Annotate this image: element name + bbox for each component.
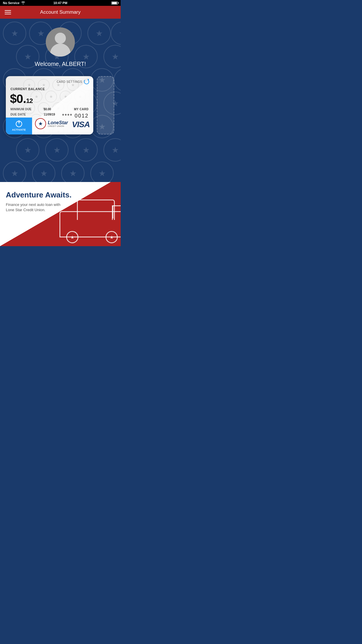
lone-star-logo: ★ LoneStar CREDIT UNION <box>35 118 68 129</box>
carrier-text: No Service <box>3 1 20 5</box>
profile-section: Welcome, ALBERT! <box>0 19 121 73</box>
lone-star-circle: ★ <box>35 118 46 129</box>
spacer <box>0 140 121 158</box>
due-date-label: DUE DATE <box>10 113 26 116</box>
minimum-due-label: MINIMUM DUE <box>10 108 31 111</box>
nav-bar: Account Summary <box>0 6 121 19</box>
car-wheel-rear <box>106 231 118 243</box>
status-bar: No Service 10:47 PM <box>0 0 121 6</box>
avatar-body <box>50 43 71 57</box>
background-star: ★ <box>3 162 26 182</box>
ad-headline: Adventure Awaits. <box>6 191 71 199</box>
menu-button[interactable] <box>5 10 11 14</box>
card-settings-button[interactable]: CARD SETTINGS <box>57 79 89 84</box>
status-left: No Service <box>3 1 25 5</box>
due-date-value: 11/09/19 <box>44 113 55 116</box>
wifi-icon <box>21 1 25 5</box>
current-balance-label: CURRENT BALANCE <box>10 87 45 91</box>
main-content: ★★★★★★★★★★★★★★★★★★★★★★★★★★★★★★ Welcome, … <box>0 19 121 182</box>
card-settings-label: CARD SETTINGS <box>57 80 82 83</box>
avatar <box>46 27 75 57</box>
avatar-silhouette <box>46 27 75 57</box>
ad-subtext: Finance your next auto loan with Lone St… <box>6 202 64 213</box>
background-star: ★ <box>90 162 114 182</box>
activate-label: ACTIVATE <box>12 128 26 131</box>
battery-icon <box>111 1 118 5</box>
background-star: ★ <box>61 162 85 182</box>
car-window <box>99 205 113 218</box>
bank-name: LoneStar <box>48 120 68 125</box>
my-card-label: MY CARD <box>74 108 89 111</box>
page-title: Account Summary <box>40 9 81 15</box>
credit-card[interactable]: ★★★★★★★★★★★★★★★★★★★★★★★ CARD SETTINGS CU… <box>6 76 93 134</box>
ad-banner[interactable]: Adventure Awaits. Finance your next auto… <box>0 182 121 246</box>
hamburger-line-2 <box>5 12 11 13</box>
card-carousel[interactable]: ★★★★★★★★★★★★★★★★★★★★★★★ CARD SETTINGS CU… <box>0 73 121 140</box>
hamburger-line-3 <box>5 14 11 14</box>
car-wheel-front <box>66 231 78 243</box>
current-balance-amount: $0.12 <box>10 92 33 106</box>
visa-logo: VISA <box>72 120 90 129</box>
ad-content: Adventure Awaits. Finance your next auto… <box>6 191 71 213</box>
power-icon <box>16 121 22 127</box>
status-right <box>111 1 118 5</box>
lone-star-icon: ★ <box>38 120 43 127</box>
bank-subtitle: CREDIT UNION <box>48 125 68 127</box>
background-star: ★ <box>32 162 55 182</box>
activate-button[interactable]: ACTIVATE <box>6 118 32 134</box>
status-time: 10:47 PM <box>53 1 67 5</box>
hamburger-line-1 <box>5 10 11 11</box>
avatar-head <box>55 33 66 44</box>
lone-star-text: LoneStar CREDIT UNION <box>48 120 68 127</box>
refresh-icon[interactable] <box>84 79 89 84</box>
welcome-message: Welcome, ALBERT! <box>35 61 86 67</box>
minimum-due-value: $0.00 <box>44 108 51 111</box>
ghost-card <box>97 76 114 134</box>
car-trunk <box>112 205 121 220</box>
